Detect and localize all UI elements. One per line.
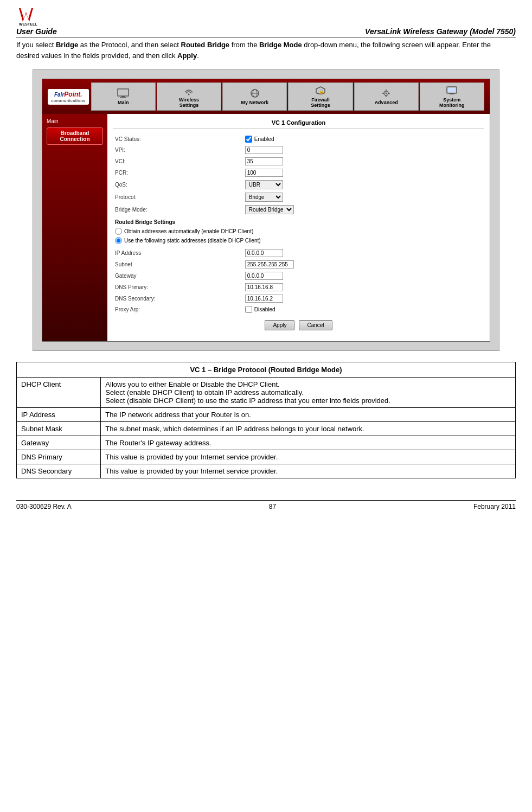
nav-tab-main[interactable]: Main xyxy=(91,82,156,111)
vc-status-label: VC Status: xyxy=(113,134,243,144)
qos-row: QoS: UBR xyxy=(113,178,484,191)
ref-desc-dhcp: Allows you to either Enable or Disable t… xyxy=(101,378,516,408)
intro-bridge-mode: Bridge Mode xyxy=(259,41,302,49)
radio-dhcp-static-label: Use the following static addresses (disa… xyxy=(124,238,261,244)
dns-primary-input[interactable] xyxy=(245,283,283,291)
fairpoint-logo: FairPoint. communications xyxy=(48,89,89,105)
nav-tab-firewall[interactable]: 🔒 FirewallSettings xyxy=(288,82,352,111)
vpi-input[interactable] xyxy=(245,146,283,154)
intro-paragraph: If you select Bridge as the Protocol, an… xyxy=(16,40,516,61)
gateway-input[interactable] xyxy=(245,272,283,280)
protocol-label: Protocol: xyxy=(113,191,243,203)
ref-field-gateway: Gateway xyxy=(17,436,101,450)
main-content-area: Main Broadband Connection VC 1 Configura… xyxy=(42,114,490,341)
protocol-row: Protocol: Bridge xyxy=(113,191,484,203)
dns-secondary-input[interactable] xyxy=(245,295,283,303)
nav-tab-wireless[interactable]: WirelessSettings xyxy=(157,82,221,111)
ip-address-label: IP Address xyxy=(113,247,243,259)
apply-button[interactable]: Apply xyxy=(265,320,294,330)
ref-table-title: VC 1 – Bridge Protocol (Routed Bridge Mo… xyxy=(17,362,516,378)
footer-left: 030-300629 Rev. A xyxy=(16,503,72,510)
wireless-icon xyxy=(182,85,195,96)
nav-tab-mynetwork-label: My Network xyxy=(241,100,268,105)
westell-logo-icon: WESTELL xyxy=(16,5,49,26)
ref-row-dns-primary: DNS Primary This value is provided by yo… xyxy=(17,450,516,464)
logo-area: WESTELL xyxy=(16,5,516,26)
radio-dhcp-auto-label: Obtain addresses automatically (enable D… xyxy=(124,228,253,234)
fair-text: Fair xyxy=(54,92,64,98)
screenshot-container: FairPoint. communications Main xyxy=(33,69,499,351)
sidebar-main-link[interactable]: Main xyxy=(47,118,103,124)
svg-point-12 xyxy=(386,93,387,94)
main-icon xyxy=(117,88,130,99)
dns-secondary-label: DNS Secondary: xyxy=(113,293,243,304)
advanced-icon xyxy=(380,88,393,99)
product-name-label: VersaLink Wireless Gateway (Model 7550) xyxy=(365,27,516,36)
dns-secondary-row: DNS Secondary: xyxy=(113,293,484,304)
system-icon xyxy=(445,85,458,96)
svg-text:WESTELL: WESTELL xyxy=(19,22,37,26)
reference-table: VC 1 – Bridge Protocol (Routed Bridge Mo… xyxy=(16,362,516,478)
dns-primary-label: DNS Primary: xyxy=(113,282,243,293)
ref-row-subnet: Subnet Mask The subnet mask, which deter… xyxy=(17,422,516,436)
vpi-row: VPI: xyxy=(113,144,484,156)
button-row: Apply Cancel xyxy=(113,315,484,336)
qos-select[interactable]: UBR xyxy=(245,180,283,189)
ref-field-subnet: Subnet Mask xyxy=(17,422,101,436)
ref-desc-gateway: The Router's IP gateway address. xyxy=(101,436,516,450)
intro-routed-bridge: Routed Bridge xyxy=(181,41,230,49)
qos-label: QoS: xyxy=(113,178,243,191)
svg-rect-19 xyxy=(450,93,454,94)
dns-primary-row: DNS Primary: xyxy=(113,282,484,293)
subnet-row: Subnet xyxy=(113,259,484,270)
svg-rect-5 xyxy=(120,97,126,98)
proxy-arp-label: Proxy Arp: xyxy=(113,304,243,315)
intro-bridge: Bridge xyxy=(56,41,78,49)
svg-rect-3 xyxy=(118,89,129,96)
gateway-label: Gateway xyxy=(113,270,243,282)
nav-tab-advanced[interactable]: Advanced xyxy=(354,82,419,111)
nav-tab-system-label: SystemMonitoring xyxy=(439,97,465,108)
svg-text:🔒: 🔒 xyxy=(319,88,324,94)
svg-rect-18 xyxy=(448,88,456,92)
footer: 030-300629 Rev. A 87 February 2011 xyxy=(16,500,516,510)
nav-tab-wireless-label: WirelessSettings xyxy=(179,97,199,108)
proxy-arp-value: Disabled xyxy=(243,304,484,315)
radio-dhcp-static-input[interactable] xyxy=(115,237,122,244)
gateway-ui: FairPoint. communications Main xyxy=(42,79,490,342)
ref-row-gateway: Gateway The Router's IP gateway address. xyxy=(17,436,516,450)
nav-tab-mynetwork[interactable]: My Network xyxy=(222,82,287,111)
nav-tab-advanced-label: Advanced xyxy=(375,100,398,105)
gateway-row: Gateway xyxy=(113,270,484,282)
bridge-mode-row: Bridge Mode: Routed Bridge xyxy=(113,203,484,216)
vc-status-checkbox[interactable] xyxy=(245,136,252,143)
ref-row-ip: IP Address The IP network address that y… xyxy=(17,408,516,422)
proxy-arp-row: Proxy Arp: Disabled xyxy=(113,304,484,315)
vci-input[interactable] xyxy=(245,157,283,165)
config-form-table: VC Status: Enabled VPI: VCI: xyxy=(113,134,484,216)
config-title: VC 1 Configuration xyxy=(113,119,484,129)
nav-bar: FairPoint. communications Main xyxy=(42,79,490,114)
broadband-connection-button[interactable]: Broadband Connection xyxy=(47,127,103,145)
cancel-button[interactable]: Cancel xyxy=(299,320,332,330)
nav-tab-system[interactable]: SystemMonitoring xyxy=(420,82,484,111)
point-text: Point. xyxy=(64,91,82,98)
radio-dhcp-auto-input[interactable] xyxy=(115,228,122,235)
proxy-arp-checkbox[interactable] xyxy=(245,306,252,313)
pcr-input[interactable] xyxy=(245,169,283,177)
user-guide-label: User Guide xyxy=(16,27,57,36)
subnet-input[interactable] xyxy=(245,260,294,268)
ip-address-row: IP Address xyxy=(113,247,484,259)
ref-row-dns-secondary: DNS Secondary This value is provided by … xyxy=(17,464,516,478)
svg-rect-4 xyxy=(121,96,125,97)
vc-status-text: Enabled xyxy=(254,136,274,142)
vci-label: VCI: xyxy=(113,156,243,167)
vc-status-row: VC Status: Enabled xyxy=(113,134,484,144)
ip-address-input[interactable] xyxy=(245,249,283,257)
bridge-mode-select[interactable]: Routed Bridge xyxy=(245,205,294,214)
protocol-select[interactable]: Bridge xyxy=(245,193,283,202)
pcr-label: PCR: xyxy=(113,167,243,178)
pcr-row: PCR: xyxy=(113,167,484,178)
mynetwork-icon xyxy=(248,88,261,99)
ref-field-ip: IP Address xyxy=(17,408,101,422)
